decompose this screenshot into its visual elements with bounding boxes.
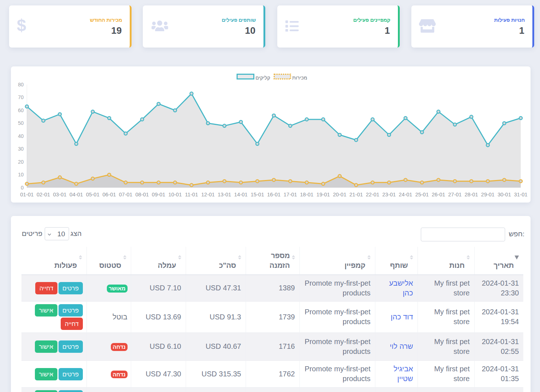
svg-text:20-01: 20-01: [333, 192, 346, 197]
svg-text:21-01: 21-01: [349, 192, 363, 197]
svg-text:12-01: 12-01: [201, 192, 215, 197]
svg-text:70: 70: [18, 94, 24, 100]
svg-text:16-01: 16-01: [267, 192, 281, 197]
svg-text:40: 40: [18, 133, 24, 139]
svg-text:28-01: 28-01: [465, 192, 478, 197]
svg-text:14-01: 14-01: [234, 192, 247, 197]
svg-text:10: 10: [18, 172, 24, 177]
svg-text:80: 80: [18, 82, 24, 87]
svg-text:22-01: 22-01: [366, 192, 379, 197]
svg-text:29-01: 29-01: [481, 192, 495, 197]
svg-text:19-01: 19-01: [317, 192, 330, 197]
svg-text:03-01: 03-01: [53, 192, 67, 197]
svg-text:23-01: 23-01: [382, 192, 396, 197]
svg-text:01-01: 01-01: [20, 192, 33, 197]
svg-text:18-01: 18-01: [300, 192, 314, 197]
svg-text:0: 0: [21, 185, 24, 191]
svg-text:04-01: 04-01: [69, 192, 83, 197]
svg-text:27-01: 27-01: [448, 192, 462, 197]
svg-text:30-01: 30-01: [497, 192, 511, 197]
svg-text:11-01: 11-01: [185, 192, 198, 197]
svg-text:50: 50: [18, 120, 24, 126]
svg-text:02-01: 02-01: [37, 192, 50, 197]
svg-text:24-01: 24-01: [399, 192, 412, 197]
svg-text:31-01: 31-01: [514, 192, 527, 197]
svg-text:05-01: 05-01: [86, 192, 100, 197]
svg-text:26-01: 26-01: [432, 192, 445, 197]
svg-text:30: 30: [18, 146, 24, 152]
svg-text:06-01: 06-01: [102, 192, 116, 197]
svg-text:09-01: 09-01: [152, 192, 165, 197]
svg-text:10-01: 10-01: [168, 192, 182, 197]
svg-text:07-01: 07-01: [119, 192, 132, 197]
svg-text:20: 20: [18, 159, 24, 165]
svg-text:08-01: 08-01: [136, 192, 149, 197]
svg-text:60: 60: [18, 107, 24, 113]
svg-text:25-01: 25-01: [415, 192, 429, 197]
svg-text:15-01: 15-01: [251, 192, 264, 197]
svg-text:17-01: 17-01: [283, 192, 297, 197]
svg-text:13-01: 13-01: [218, 192, 231, 197]
